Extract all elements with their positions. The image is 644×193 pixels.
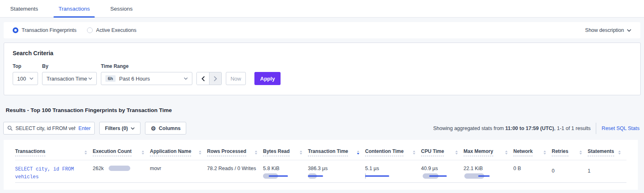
results-heading: Results - Top 100 Transaction Fingerprin…	[6, 107, 644, 113]
chevron-down-icon	[29, 77, 33, 80]
table-header-row: Transactions Execution Count Application…	[15, 144, 626, 160]
sort-icon[interactable]	[579, 150, 582, 156]
cell-rows-processed: 78.2 Reads / 0 Writes	[207, 160, 263, 182]
radio-label: Active Executions	[96, 27, 136, 33]
time-window-arrows	[196, 72, 222, 85]
cell-transaction-time: 386.3 µs	[308, 160, 365, 182]
cell-network: 0 B	[513, 160, 552, 182]
filters-button[interactable]: Filters (0)	[99, 122, 140, 135]
gear-icon: ⚙	[151, 126, 156, 131]
sort-icon[interactable]	[455, 150, 458, 156]
sort-icon[interactable]	[199, 150, 201, 156]
next-time-window-button[interactable]	[209, 72, 221, 85]
sort-icon[interactable]	[142, 150, 144, 156]
sort-icon[interactable]	[618, 150, 621, 156]
radio-transaction-fingerprints[interactable]: Transaction Fingerprints	[13, 27, 76, 33]
execution-count-bar	[109, 166, 141, 171]
sort-icon[interactable]	[413, 150, 415, 156]
search-criteria-card: Search Criteria Top 100 By Transaction T…	[4, 43, 641, 95]
columns-button[interactable]: ⚙ Columns	[145, 122, 186, 135]
apply-button[interactable]: Apply	[254, 72, 281, 85]
cell-execution-count: 262k	[93, 160, 150, 182]
tab-transactions[interactable]: Transactions	[53, 0, 95, 17]
by-field: By Transaction Time	[42, 63, 97, 85]
radio-label: Transaction Fingerprints	[22, 27, 76, 33]
column-header-contention-time[interactable]: Contention Time	[365, 144, 421, 160]
chevron-left-icon	[201, 76, 205, 81]
column-header-bytes-read[interactable]: Bytes Read	[263, 144, 308, 160]
reset-sql-stats-link[interactable]: Reset SQL Stats	[602, 126, 640, 131]
sort-icon[interactable]	[505, 150, 508, 156]
results-controls: Enter Filters (0) ⚙ Columns Showing aggr…	[3, 122, 641, 135]
time-range-badge: 6h	[105, 75, 116, 82]
transactions-table: Transactions Execution Count Application…	[15, 144, 626, 183]
contention-time-bar	[365, 173, 398, 179]
now-button[interactable]: Now	[226, 72, 246, 85]
sort-icon[interactable]	[544, 150, 546, 156]
column-header-transactions[interactable]: Transactions	[15, 144, 93, 160]
time-range-label: Time Range	[101, 63, 192, 69]
column-header-transaction-time[interactable]: Transaction Time	[308, 144, 365, 160]
transaction-fingerprint-link[interactable]: SELECT city, id FROM vehicles	[15, 166, 82, 181]
by-label: By	[42, 63, 97, 69]
cell-cpu-time: 40.9 µs	[421, 160, 464, 182]
search-criteria-title: Search Criteria	[13, 50, 632, 56]
top-label: Top	[13, 63, 38, 69]
max-memory-bar	[464, 173, 496, 179]
sort-icon[interactable]	[255, 150, 257, 156]
chevron-down-icon	[627, 29, 631, 32]
radio-active-executions[interactable]: Active Executions	[87, 27, 136, 33]
sql-search-box[interactable]: Enter	[3, 122, 95, 135]
sort-icon[interactable]	[300, 150, 302, 156]
time-range-field: Time Range 6h Past 6 Hours	[101, 63, 192, 85]
cell-bytes-read: 5.8 KiB	[263, 160, 308, 182]
column-header-execution-count[interactable]: Execution Count	[93, 144, 150, 160]
cell-statements: 1	[588, 160, 626, 182]
bytes-read-bar	[263, 173, 296, 179]
chevron-down-icon	[88, 77, 92, 80]
cpu-time-bar	[421, 173, 454, 179]
chevron-down-icon	[131, 127, 135, 130]
table-row: SELECT city, id FROM vehicles 262k movr …	[15, 160, 626, 182]
aggregated-stats-text: Showing aggregated stats from 11:00 to 1…	[433, 126, 591, 131]
previous-time-window-button[interactable]	[197, 72, 209, 85]
cell-retries: 0	[552, 160, 588, 182]
top-select[interactable]: 100	[13, 72, 38, 85]
time-range-select[interactable]: 6h Past 6 Hours	[101, 72, 192, 85]
show-description-toggle[interactable]: Show description	[585, 27, 631, 33]
column-header-cpu-time[interactable]: CPU Time	[421, 144, 464, 160]
by-select[interactable]: Transaction Time	[42, 72, 97, 85]
search-input[interactable]	[16, 126, 76, 131]
sort-icon-active-desc[interactable]	[357, 150, 359, 156]
column-header-statements[interactable]: Statements	[588, 144, 626, 160]
cell-transactions: SELECT city, id FROM vehicles	[15, 160, 93, 182]
transactions-table-card: Transactions Execution Count Application…	[4, 140, 638, 190]
chevron-down-icon	[184, 77, 188, 80]
column-header-retries[interactable]: Retries	[552, 144, 588, 160]
column-header-rows-processed[interactable]: Rows Processed	[207, 144, 263, 160]
top-field: Top 100	[13, 63, 38, 85]
cell-application-name: movr	[150, 160, 207, 182]
enter-hint: Enter	[78, 126, 91, 131]
radio-unselected-icon[interactable]	[87, 27, 93, 33]
page-tabs: Statements Transactions Sessions	[0, 0, 644, 18]
divider	[596, 123, 596, 134]
cell-contention-time: 5.1 µs	[365, 160, 421, 182]
cell-max-memory: 22.1 KiB	[464, 160, 513, 182]
chevron-right-icon	[214, 76, 217, 81]
tab-sessions[interactable]: Sessions	[105, 0, 138, 17]
column-header-network[interactable]: Network	[513, 144, 552, 160]
tab-statements[interactable]: Statements	[5, 0, 43, 17]
search-icon	[7, 126, 13, 131]
radio-selected-icon[interactable]	[13, 27, 18, 33]
column-header-max-memory[interactable]: Max Memory	[464, 144, 513, 160]
column-header-application-name[interactable]: Application Name	[150, 144, 207, 160]
transaction-time-bar	[308, 173, 341, 179]
view-toggle-band: Transaction Fingerprints Active Executio…	[4, 22, 640, 38]
sort-icon[interactable]	[85, 150, 87, 156]
